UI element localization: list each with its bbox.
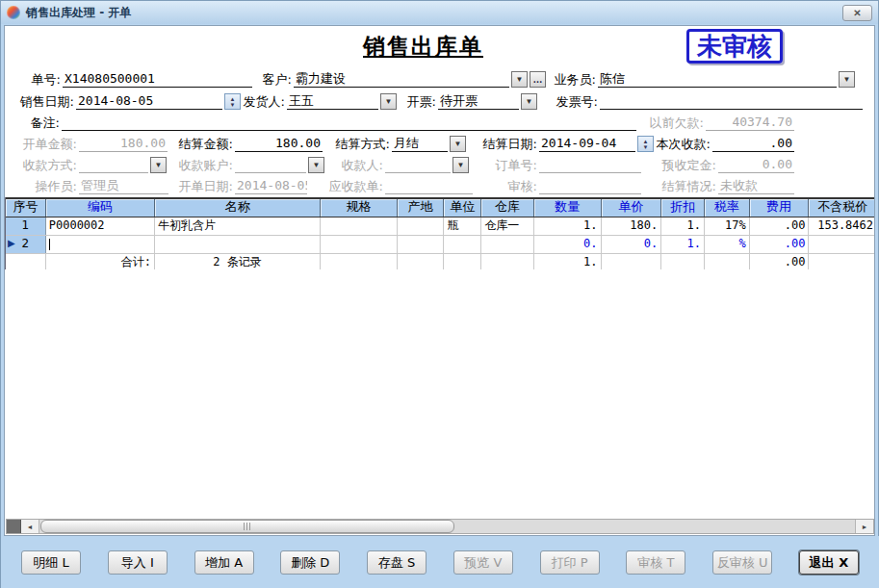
cell-origin[interactable] xyxy=(398,236,445,253)
order-no-input[interactable]: X14080500001 xyxy=(63,71,252,88)
column-header-qty[interactable]: 数量 xyxy=(534,199,602,217)
scroll-right-button[interactable]: ► xyxy=(855,520,873,533)
salesman-label: 业务员: xyxy=(546,71,596,88)
payee-label: 收款人: xyxy=(337,157,383,173)
cell-code: 合计: xyxy=(46,254,155,269)
app-window: 销售出库处理 - 开单 ✕ 销售出库单 未审核 单号:X14080500001客… xyxy=(0,0,879,588)
cell-fee[interactable]: .00 xyxy=(750,236,810,253)
row-indicator-cell[interactable]: ▶2 xyxy=(6,236,46,253)
toolbar-button-add[interactable]: 增加 A xyxy=(194,550,254,575)
items-table[interactable]: 序号编码名称规格产地单位仓库数量单价折扣税率费用不含税价1P0000002牛初乳… xyxy=(5,197,875,269)
cell-discount[interactable]: 1. xyxy=(661,217,705,235)
column-header-discount[interactable]: 折扣 xyxy=(661,199,705,217)
column-header-spec[interactable]: 规格 xyxy=(321,199,398,217)
cell-discount[interactable]: 1. xyxy=(661,236,705,253)
cell-net xyxy=(809,254,875,269)
toolbar-button-audit: 审核 T xyxy=(626,550,685,575)
cell-code[interactable] xyxy=(46,236,155,253)
column-header-origin[interactable]: 产地 xyxy=(398,199,445,217)
column-header-fee[interactable]: 费用 xyxy=(750,199,810,217)
table-header-row: 序号编码名称规格产地单位仓库数量单价折扣税率费用不含税价 xyxy=(6,197,875,217)
cell-qty[interactable]: 0. xyxy=(534,236,602,253)
cell-warehouse xyxy=(481,254,534,269)
cell-qty[interactable]: 1. xyxy=(534,217,602,235)
window-title: 销售出库处理 - 开单 xyxy=(26,5,131,21)
cell-tax[interactable]: % xyxy=(705,236,750,253)
cell-unit[interactable]: 瓶 xyxy=(444,217,481,235)
salesman-field: 业务员:陈信▼ xyxy=(546,69,855,88)
settle-method-input[interactable]: 月结 xyxy=(392,136,448,152)
column-header-name[interactable]: 名称 xyxy=(155,199,321,217)
shipper-input[interactable]: 王五 xyxy=(287,93,378,110)
operator-field: 操作员:管理员 xyxy=(31,176,168,194)
toolbar-button-import[interactable]: 导入 I xyxy=(108,550,168,575)
cell-net[interactable] xyxy=(809,236,875,253)
cell-spec[interactable] xyxy=(321,217,398,235)
current-row-icon: ▶ xyxy=(8,238,15,249)
column-header-warehouse[interactable]: 仓库 xyxy=(481,199,534,217)
table-row: 1P0000002牛初乳含片瓶仓库一1.180.1.17%.00153.8462 xyxy=(6,217,875,236)
horizontal-scrollbar[interactable]: ◄ ► xyxy=(6,519,874,534)
cell-warehouse[interactable]: 仓库一 xyxy=(481,217,534,235)
toolbar-button-unaudit: 反审核 U xyxy=(712,550,772,575)
salesman-dropdown-button[interactable]: ▼ xyxy=(839,71,855,88)
cell-price[interactable]: 180. xyxy=(602,217,662,235)
payee-input xyxy=(385,157,451,173)
row-indicator-cell[interactable]: 1 xyxy=(6,217,46,235)
invoice-status-dropdown-button[interactable]: ▼ xyxy=(521,93,537,110)
cell-tax[interactable]: 17% xyxy=(705,217,750,235)
toolbar-button-print: 打印 P xyxy=(540,550,600,575)
toolbar-button-delete[interactable]: 删除 D xyxy=(280,550,340,575)
column-header-unit[interactable]: 单位 xyxy=(444,199,481,217)
cell-code[interactable]: P0000002 xyxy=(46,217,155,235)
sale-date-input[interactable]: 2014-08-05 xyxy=(76,93,222,110)
column-header-price[interactable]: 单价 xyxy=(602,199,662,217)
customer-more-button[interactable]: … xyxy=(530,71,546,88)
cell-unit xyxy=(444,254,481,269)
cell-name[interactable]: 牛初乳含片 xyxy=(155,217,321,235)
title-bar[interactable]: 销售出库处理 - 开单 ✕ xyxy=(1,1,878,24)
scroll-left-button[interactable]: ◄ xyxy=(21,520,39,533)
cell-fee: .00 xyxy=(750,254,810,269)
column-header-net[interactable]: 不含税价 xyxy=(809,199,875,217)
cell-name[interactable] xyxy=(155,236,321,253)
cell-fee[interactable]: .00 xyxy=(750,217,810,235)
column-header-code[interactable]: 编码 xyxy=(46,199,155,217)
settle-method-dropdown-button[interactable]: ▼ xyxy=(450,136,466,152)
payment-account-input xyxy=(235,157,306,173)
table-footer-row: 合计:2 条记录1..00 xyxy=(6,254,875,269)
invoice-status-input[interactable]: 待开票 xyxy=(438,93,519,110)
cell-spec[interactable] xyxy=(321,236,398,253)
cell-origin[interactable] xyxy=(398,217,445,235)
spinner-down-icon: ▼ xyxy=(230,102,236,108)
settle-amount-input[interactable]: 180.00 xyxy=(235,136,323,152)
settle-amount-field: 结算金额:180.00 xyxy=(172,134,323,152)
toolbar-button-exit[interactable]: 退出 X xyxy=(799,550,859,575)
current-receipt-field: 本次收款:.00 xyxy=(648,134,794,152)
shipper-dropdown-button[interactable]: ▼ xyxy=(380,93,397,110)
column-header-tax[interactable]: 税率 xyxy=(705,199,750,217)
settle-date-input[interactable]: 2014-09-04 xyxy=(539,136,635,152)
payment-account-field: 收款账户:▼ xyxy=(175,155,324,173)
customer-input[interactable]: 霸力建设 xyxy=(294,71,509,88)
current-receipt-input[interactable]: .00 xyxy=(712,136,794,152)
column-header-seq[interactable]: 序号 xyxy=(6,199,46,217)
toolbar-button-save[interactable]: 存盘 S xyxy=(367,550,427,575)
chevron-down-icon: ▼ xyxy=(526,97,533,106)
toolbar-button-detail[interactable]: 明细 L xyxy=(21,550,81,575)
cell-unit[interactable] xyxy=(444,236,481,253)
salesman-input[interactable]: 陈信 xyxy=(598,71,837,88)
close-button[interactable]: ✕ xyxy=(842,5,872,21)
cell-net[interactable]: 153.8462 xyxy=(809,217,875,235)
receivable-doc-input xyxy=(385,178,473,194)
sale-date-spinner[interactable]: ▲▼ xyxy=(224,93,241,110)
advance-deposit-label: 预收定金: xyxy=(653,157,716,173)
scrollbar-thumb[interactable] xyxy=(40,520,454,533)
cell-warehouse[interactable] xyxy=(481,236,534,253)
toolbar: 明细 L导入 I增加 A删除 D存盘 S预览 V打印 P审核 T反审核 U退出 … xyxy=(1,536,879,588)
invoice-no-input[interactable] xyxy=(600,93,863,110)
customer-field: 客户:霸力建设▼… xyxy=(253,69,546,88)
customer-dropdown-button[interactable]: ▼ xyxy=(511,71,528,88)
cell-price[interactable]: 0. xyxy=(602,236,662,253)
remark-input[interactable] xyxy=(62,115,636,131)
